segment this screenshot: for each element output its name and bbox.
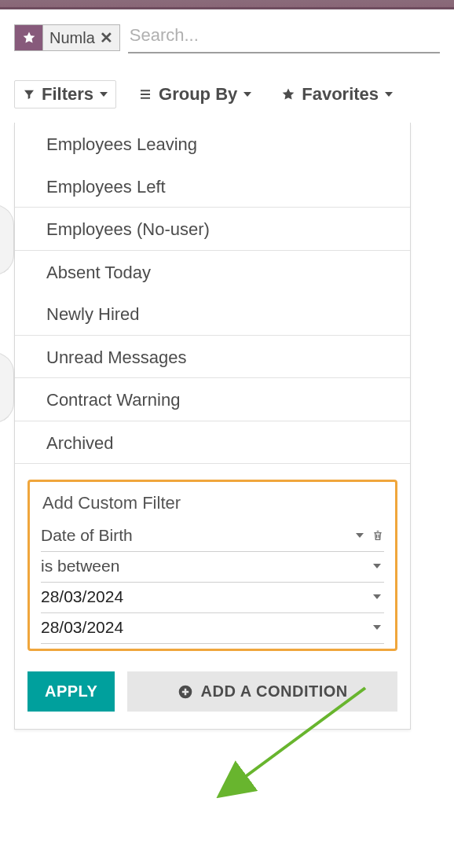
group-by-label: Group By — [159, 84, 237, 105]
search-input[interactable] — [128, 22, 440, 53]
filter-option[interactable]: Archived — [15, 421, 410, 464]
plus-circle-icon — [178, 684, 193, 700]
field-select-value: Date of Birth — [41, 526, 348, 545]
chevron-down-icon — [373, 625, 381, 630]
filter-option[interactable]: Contract Warning — [15, 378, 410, 421]
star-icon — [281, 87, 295, 101]
chevron-down-icon — [243, 92, 251, 97]
filters-dropdown-panel: Employees LeavingEmployees LeftEmployees… — [14, 123, 411, 730]
favorites-dropdown-toggle[interactable]: Favorites — [273, 81, 401, 108]
chip-label: Numla — [49, 29, 95, 47]
operator-select-value: is between — [41, 557, 365, 576]
search-row: Numla ✕ — [0, 9, 454, 60]
filters-label: Filters — [42, 84, 93, 105]
add-custom-filter-section: Add Custom Filter Date of Birth is betwe… — [27, 480, 397, 651]
chevron-down-icon — [356, 533, 364, 538]
chevron-down-icon — [373, 594, 381, 599]
group-by-dropdown-toggle[interactable]: Group By — [130, 81, 259, 108]
filters-dropdown-toggle[interactable]: Filters — [14, 80, 116, 108]
close-icon[interactable]: ✕ — [100, 28, 113, 47]
filter-option[interactable]: Employees (No-user) — [15, 208, 410, 250]
chevron-down-icon — [100, 92, 108, 97]
favorites-label: Favorites — [302, 84, 379, 105]
filter-option[interactable]: Unread Messages — [15, 336, 410, 378]
star-icon — [15, 25, 43, 50]
search-facet-chip[interactable]: Numla ✕ — [14, 24, 120, 51]
custom-filter-actions: APPLY ADD A CONDITION — [15, 656, 410, 729]
custom-filter-title: Add Custom Filter — [41, 493, 384, 513]
trash-icon[interactable] — [372, 528, 384, 542]
filter-option[interactable]: Employees Leaving — [15, 123, 410, 165]
date-to-value: 28/03/2024 — [41, 618, 365, 637]
background-record-ghost — [0, 352, 14, 423]
date-from-value: 28/03/2024 — [41, 587, 365, 606]
chevron-down-icon — [385, 92, 393, 97]
app-top-bar — [0, 0, 454, 9]
custom-filter-field-select[interactable]: Date of Birth — [41, 521, 384, 552]
add-condition-button[interactable]: ADD A CONDITION — [127, 671, 397, 712]
background-record-ghost — [0, 204, 14, 275]
funnel-icon — [23, 88, 35, 101]
add-condition-label: ADD A CONDITION — [201, 682, 348, 701]
custom-filter-date-to[interactable]: 28/03/2024 — [41, 613, 384, 644]
custom-filter-date-from[interactable]: 28/03/2024 — [41, 583, 384, 613]
filter-option[interactable]: Newly Hired — [15, 292, 410, 335]
filter-option[interactable]: Employees Left — [15, 165, 410, 208]
list-icon — [138, 88, 152, 101]
chevron-down-icon — [373, 564, 381, 568]
apply-button[interactable]: APPLY — [27, 671, 115, 712]
custom-filter-operator-select[interactable]: is between — [41, 552, 384, 583]
controls-row: Filters Group By Favorites — [0, 60, 454, 115]
filter-option[interactable]: Absent Today — [15, 251, 410, 293]
